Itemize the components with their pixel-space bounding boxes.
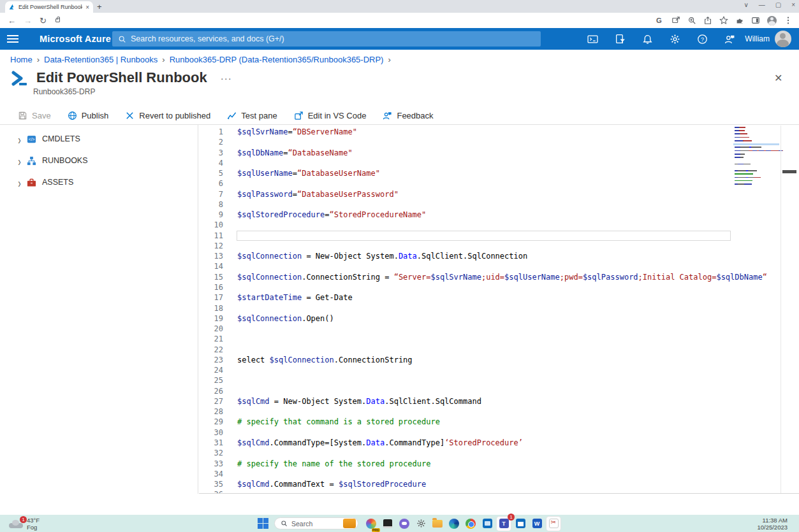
code-line[interactable]: 4	[199, 158, 767, 168]
share-icon[interactable]	[703, 16, 712, 25]
taskbar-photos-icon[interactable]: PRE	[364, 517, 378, 531]
chevron-right-icon[interactable]: ›	[18, 175, 21, 189]
feedback-button[interactable]: Feedback	[383, 111, 433, 120]
code-line[interactable]: 16	[199, 282, 767, 292]
scrollbar-thumb[interactable]	[782, 170, 796, 173]
code-editor[interactable]: 1$sqlSvrName=“DBServerName"23$sqlDbName=…	[199, 126, 799, 494]
chevron-right-icon[interactable]: ›	[18, 132, 21, 146]
runbooks-icon[interactable]	[27, 156, 36, 166]
save-button[interactable]: Save	[18, 111, 51, 120]
code-line[interactable]: 28	[199, 406, 767, 417]
code-line[interactable]: 27$sqlCmd = New-Object System.Data.SqlCl…	[199, 396, 767, 406]
taskbar-store-icon[interactable]	[513, 517, 527, 531]
taskbar-teams-icon[interactable]: T1	[497, 517, 511, 531]
breadcrumb-home[interactable]: Home	[10, 55, 33, 64]
menu-dots-icon[interactable]	[784, 16, 793, 25]
test-pane-button[interactable]: Test pane	[227, 111, 277, 120]
code-line[interactable]: 10	[199, 220, 767, 230]
code-line[interactable]: 15$sqlConnection.ConnectionString = “Ser…	[199, 272, 767, 282]
tab-close-icon[interactable]: ×	[85, 4, 89, 11]
feedback-person-icon[interactable]	[383, 111, 392, 120]
code-line[interactable]: 31$sqlCmd.CommandType=[System.Data.Comma…	[199, 438, 767, 448]
cmdlets-icon[interactable]: </>	[27, 134, 36, 144]
code-line[interactable]: 26	[199, 386, 767, 396]
code-line[interactable]: 33# specify the name of the stored proce…	[199, 459, 767, 469]
code-line[interactable]: 35$sqlCmd.CommandText = $sqlStoredProced…	[199, 479, 767, 489]
new-tab-button[interactable]: +	[97, 2, 102, 11]
split-screen-icon[interactable]	[751, 16, 760, 25]
profile-avatar-icon[interactable]	[767, 16, 777, 25]
window-close-icon[interactable]: ×	[791, 1, 795, 8]
directory-filter-icon[interactable]	[615, 34, 626, 45]
revert-to-published-button[interactable]: Revert to published	[125, 111, 210, 120]
save-icon[interactable]	[18, 111, 27, 120]
breadcrumb-runbooks[interactable]: Data-Retention365 | Runbooks	[44, 55, 158, 64]
chevron-right-icon[interactable]: ›	[18, 154, 21, 168]
code-line[interactable]: 24	[199, 365, 767, 375]
code-line[interactable]: 17$startDateTime = Get-Date	[199, 292, 767, 303]
send-to-device-icon[interactable]	[671, 16, 680, 25]
azure-brand[interactable]: Microsoft Azure	[40, 34, 111, 44]
code-line[interactable]: 22	[199, 345, 767, 355]
lock-icon[interactable]	[55, 18, 60, 22]
close-blade-icon[interactable]: ✕	[774, 72, 782, 84]
code-line[interactable]: 32	[199, 448, 767, 458]
google-icon[interactable]: G	[656, 16, 664, 25]
code-line[interactable]: 12	[199, 241, 767, 251]
help-icon[interactable]: ?	[697, 34, 708, 45]
code-line[interactable]: 21	[199, 334, 767, 344]
code-line[interactable]: 14	[199, 261, 767, 271]
window-minimize-icon[interactable]: —	[759, 1, 765, 8]
code-line[interactable]: 9$sqlStoredProcedure=“StoredProcedureNam…	[199, 210, 767, 220]
taskbar-chat-icon[interactable]	[397, 517, 411, 531]
browser-tab[interactable]: Edit PowerShell Runbook - Micr ×	[5, 1, 93, 13]
star-icon[interactable]	[719, 16, 728, 25]
taskbar-outlook-icon[interactable]	[480, 517, 494, 531]
start-button[interactable]	[258, 518, 268, 529]
sidebar-item-assets[interactable]: ›ASSETS	[10, 171, 198, 193]
extensions-icon[interactable]	[735, 16, 744, 25]
code-line[interactable]: 34	[199, 469, 767, 479]
code-line[interactable]: 2	[199, 137, 767, 147]
chart-icon[interactable]	[227, 111, 237, 120]
code-line[interactable]: 8	[199, 199, 767, 210]
taskbar-search[interactable]: Search	[274, 517, 358, 529]
window-maximize-icon[interactable]: ▢	[775, 1, 781, 8]
code-line[interactable]: 5$sqlUserName=“DatabaseUserName"	[199, 168, 767, 178]
taskbar-chrome-icon[interactable]	[464, 517, 478, 531]
code-line[interactable]: 11	[199, 231, 767, 241]
weather-widget[interactable]: 1 43°F Fog	[9, 517, 40, 531]
tab-search-caret-icon[interactable]: ∨	[744, 1, 748, 8]
taskbar-settings-gear-icon[interactable]	[414, 517, 428, 531]
sidebar-item-cmdlets[interactable]: ›</>CMDLETS	[10, 128, 198, 150]
cloud-shell-icon[interactable]	[587, 34, 598, 45]
breadcrumb-runbook[interactable]: Runbook365-DRP (Data-Retention365/Runboo…	[170, 55, 384, 64]
assets-icon[interactable]	[27, 178, 36, 187]
taskbar-edge-icon[interactable]	[447, 517, 461, 531]
taskbar-word-icon[interactable]: W	[530, 517, 544, 531]
code-line[interactable]: 23select $sqlConnection.ConnectionString	[199, 355, 767, 365]
taskbar-snipping-tool-icon[interactable]	[546, 517, 561, 531]
revert-x-icon[interactable]	[125, 111, 135, 120]
code-line[interactable]: 18	[199, 303, 767, 313]
code-line[interactable]: 7$sqlPassword=“DatabaseUserPassword"	[199, 189, 767, 199]
code-line[interactable]: 3$sqlDbName=“DatabaseName"	[199, 148, 767, 158]
feedback-person-icon[interactable]	[724, 34, 735, 45]
reload-icon[interactable]: ↻	[40, 16, 47, 25]
edit-in-vs-code-button[interactable]: Edit in VS Code	[294, 111, 367, 120]
hamburger-menu-icon[interactable]	[7, 35, 18, 43]
avatar[interactable]	[775, 31, 791, 47]
sidebar-item-runbooks[interactable]: ›RUNBOOKS	[10, 150, 198, 171]
zoom-icon[interactable]	[687, 16, 696, 25]
settings-gear-icon[interactable]	[670, 34, 680, 45]
taskbar-file-explorer-icon[interactable]	[430, 517, 444, 531]
code-line[interactable]: 25	[199, 375, 767, 385]
code-line[interactable]: 30	[199, 428, 767, 438]
code-line[interactable]: 29# specify that command is a stored pro…	[199, 417, 767, 427]
taskbar-notepad-icon[interactable]	[381, 517, 395, 531]
code-line[interactable]: 19$sqlConnection.Open()	[199, 313, 767, 324]
publish-button[interactable]: Publish	[68, 111, 109, 120]
code-line[interactable]: 36	[199, 489, 767, 494]
globe-icon[interactable]	[68, 111, 77, 120]
code-line[interactable]: 1$sqlSvrName=“DBServerName"	[199, 127, 767, 137]
